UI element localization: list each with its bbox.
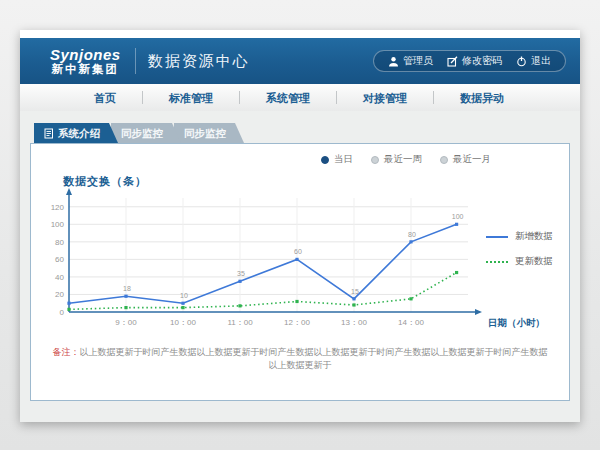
tab-bar: 系统介绍 同步监控 同步监控: [34, 123, 570, 143]
svg-text:10：00: 10：00: [170, 318, 196, 327]
svg-text:12：00: 12：00: [284, 318, 310, 327]
svg-text:9：00: 9：00: [115, 318, 137, 327]
svg-text:80: 80: [408, 231, 416, 238]
current-user[interactable]: 管理员: [388, 54, 433, 68]
svg-text:0: 0: [60, 308, 65, 317]
nav-item-home[interactable]: 首页: [68, 85, 142, 111]
change-password-button[interactable]: 修改密码: [447, 54, 502, 68]
power-icon: [516, 56, 527, 67]
svg-text:80: 80: [55, 238, 64, 247]
tab-label: 同步监控: [121, 123, 163, 143]
svg-text:35: 35: [237, 270, 245, 277]
svg-text:60: 60: [55, 255, 64, 264]
edit-icon: [447, 56, 458, 67]
legend-label: 更新数据: [515, 255, 553, 268]
app-header: Synjones 新中新集团 数据资源中心 管理员 修改密码: [20, 38, 580, 84]
nav-item-docking-mgmt[interactable]: 对接管理: [337, 85, 433, 111]
tab-system-intro[interactable]: 系统介绍: [34, 123, 118, 143]
user-name: 管理员: [403, 54, 433, 68]
footnote-text: 以上数据更新于时间产生数据以上数据更新于时间产生数据以上数据更新于时间产生数据以…: [80, 347, 548, 370]
change-password-label: 修改密码: [462, 54, 502, 68]
nav-item-standard-mgmt[interactable]: 标准管理: [143, 85, 239, 111]
user-icon: [388, 56, 399, 67]
svg-text:13：00: 13：00: [341, 318, 367, 327]
legend-line-solid: [486, 236, 508, 238]
window-top-strip: [20, 30, 580, 38]
svg-text:日期（小时）: 日期（小时）: [488, 317, 545, 329]
radio-label: 最近一月: [453, 153, 491, 166]
svg-text:60: 60: [294, 248, 302, 255]
svg-text:18: 18: [123, 285, 131, 292]
content-area: 系统介绍 同步监控 同步监控 当日 最近一周: [20, 111, 580, 422]
radio-unselected-icon: [440, 156, 448, 164]
radio-today[interactable]: 当日: [321, 153, 353, 166]
logout-label: 退出: [531, 54, 551, 68]
document-icon: [44, 128, 54, 139]
footnote-prefix: 备注：: [53, 347, 80, 357]
nav-item-system-mgmt[interactable]: 系统管理: [240, 85, 336, 111]
tab-sync-monitor-1[interactable]: 同步监控: [111, 123, 181, 143]
radio-label: 最近一周: [384, 153, 422, 166]
radio-last-month[interactable]: 最近一月: [440, 153, 491, 166]
svg-text:20: 20: [55, 290, 64, 299]
svg-text:100: 100: [51, 220, 65, 229]
app-window: Synjones 新中新集团 数据资源中心 管理员 修改密码: [20, 30, 580, 422]
header-divider: [135, 48, 136, 74]
radio-selected-icon: [321, 156, 329, 164]
tab-label: 系统介绍: [58, 123, 100, 143]
svg-text:10: 10: [180, 292, 188, 299]
page-title: 数据资源中心: [148, 52, 250, 71]
company-logo: Synjones 新中新集团: [50, 47, 121, 75]
svg-text:100: 100: [452, 213, 464, 220]
tab-label: 同步监控: [184, 123, 226, 143]
radio-last-week[interactable]: 最近一周: [371, 153, 422, 166]
svg-text:14：00: 14：00: [398, 318, 424, 327]
chart-card: 当日 最近一周 最近一月 数据交换（条） 0204060801001209：00…: [30, 143, 570, 401]
svg-text:40: 40: [55, 273, 64, 282]
legend-label: 新增数据: [515, 230, 553, 243]
logo-text-cn: 新中新集团: [50, 63, 121, 75]
logout-button[interactable]: 退出: [516, 54, 551, 68]
tab-sync-monitor-2[interactable]: 同步监控: [174, 123, 244, 143]
period-filter: 当日 最近一周 最近一月: [321, 153, 491, 166]
legend-item-updated-data: 更新数据: [486, 255, 553, 268]
main-nav: 首页 标准管理 系统管理 对接管理 数据异动: [20, 84, 580, 112]
svg-text:15: 15: [351, 288, 359, 295]
legend-item-new-data: 新增数据: [486, 230, 553, 243]
radio-label: 当日: [334, 153, 353, 166]
legend-line-dotted: [486, 261, 508, 263]
logo-text-en: Synjones: [50, 47, 121, 63]
chart-legend: 新增数据 更新数据: [486, 230, 553, 268]
svg-text:120: 120: [51, 203, 65, 212]
user-toolbar: 管理员 修改密码 退出: [373, 50, 566, 72]
radio-unselected-icon: [371, 156, 379, 164]
footnote: 备注：以上数据更新于时间产生数据以上数据更新于时间产生数据以上数据更新于时间产生…: [51, 346, 549, 372]
nav-item-data-change[interactable]: 数据异动: [434, 85, 530, 111]
svg-text:11：00: 11：00: [227, 318, 253, 327]
